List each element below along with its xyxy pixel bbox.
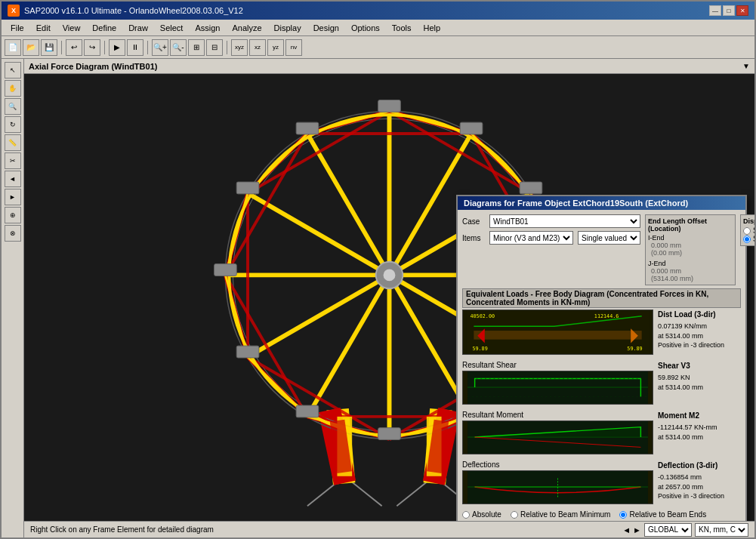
toolbar-redo[interactable]: ↪	[84, 39, 100, 56]
dist-load-loc: at 5314.00 mm	[658, 331, 741, 341]
menu-analyze[interactable]: Analyze	[226, 22, 267, 34]
menu-display[interactable]: Display	[268, 22, 307, 34]
items-select[interactable]: Minor (V3 and M23)	[489, 231, 573, 245]
moment-chart: Resultant Moment	[462, 411, 653, 457]
items-type-select[interactable]: Single valued	[578, 231, 640, 245]
units-display-select[interactable]: KN, mm, C	[695, 523, 748, 537]
sidebar-zoom[interactable]: 🔍	[5, 98, 21, 115]
close-button[interactable]: ✕	[736, 5, 748, 16]
menu-draw[interactable]: Draw	[122, 22, 154, 34]
toolbar-undo[interactable]: ↩	[66, 39, 82, 56]
status-bar: Right Click on any Frame Element for det…	[24, 521, 754, 537]
toolbar-open[interactable]: 📂	[23, 39, 39, 56]
svg-rect-60	[378, 100, 401, 112]
dist-load-info: Dist Load (3-dir) 0.07139 KN/mm at 5314.…	[658, 310, 741, 350]
menu-view[interactable]: View	[57, 22, 87, 34]
menu-define[interactable]: Define	[86, 22, 122, 34]
fbd-panel: 40502.00 112144.6	[462, 310, 653, 355]
maximize-button[interactable]: □	[723, 5, 735, 16]
moment-info: Moment M2 -112144.57 KN-mm at 5314.00 mm	[658, 411, 741, 442]
menu-file[interactable]: File	[5, 22, 30, 34]
deflection-label: Deflections	[462, 460, 653, 469]
end-length-values: I-End 0.000 mm (0.00 mm) J-End 0.000 mm …	[648, 234, 733, 282]
sidebar-select[interactable]: ↖	[5, 62, 21, 79]
case-label: Case	[462, 217, 485, 226]
toolbar-nv[interactable]: nv	[285, 39, 302, 56]
content-area: ↖ ✋ 🔍 ↻ 📏 ✂ ◄ ► ⊕ ⊗ Axial Force Diagram …	[2, 59, 754, 537]
deflection-dir: Positive in -3 direction	[658, 491, 741, 501]
svg-rect-61	[460, 122, 483, 134]
view-title-bar: Axial Force Diagram (WindTB01) ▼	[24, 59, 754, 74]
app-title: SAP2000 v16.1.0 Ultimate - OrlandoWheel2…	[24, 6, 243, 15]
rel-beam-ends-option: Relative to Beam Ends	[619, 510, 706, 519]
menu-design[interactable]: Design	[307, 22, 345, 34]
coord-system-select[interactable]: GLOBAL	[644, 523, 692, 537]
toolbar-3d[interactable]: xyz	[231, 39, 248, 56]
menu-assign[interactable]: Assign	[189, 22, 226, 34]
toolbar-zoom-rect[interactable]: ⊟	[206, 39, 223, 56]
svg-text:112144.6: 112144.6	[594, 313, 619, 319]
toolbar-yz[interactable]: yz	[267, 39, 284, 56]
title-bar-left: X SAP2000 v16.1.0 Ultimate - OrlandoWhee…	[8, 5, 243, 17]
absolute-radio[interactable]	[462, 511, 470, 519]
sidebar-section[interactable]: ✂	[5, 152, 21, 169]
toolbar-new[interactable]: 📄	[5, 39, 21, 56]
deflection-info: Deflection (3-dir) -0.136854 mm at 2657.…	[658, 460, 741, 501]
svg-point-73	[384, 270, 396, 282]
toolbar-zoom-in[interactable]: 🔍+	[152, 39, 168, 56]
equiv-loads-title: Equivalent Loads - Free Body Diagram (Co…	[462, 288, 741, 308]
sidebar-measure[interactable]: 📏	[5, 134, 21, 151]
status-left: Right Click on any Frame Element for det…	[30, 525, 214, 534]
rel-beam-min-radio[interactable]	[511, 511, 518, 519]
dist-load-val: 0.07139 KN/mm	[658, 322, 741, 331]
toolbar-run[interactable]: ▶	[109, 39, 125, 56]
j-end-label: J-End	[648, 260, 693, 267]
diagrams-dialog: Diagrams for Frame Object ExtChord19Sout…	[456, 195, 747, 521]
sidebar-next-view[interactable]: ►	[5, 189, 21, 205]
shear-v3-loc: at 5314.00 mm	[658, 383, 741, 393]
status-right: ◄ ► GLOBAL KN, mm, C	[622, 523, 748, 537]
toolbar-zoom-fit[interactable]: ⊞	[188, 39, 205, 56]
menu-options[interactable]: Options	[345, 22, 386, 34]
case-select[interactable]: WindTB01	[489, 214, 640, 228]
j-end-val2: (5314.00 mm)	[651, 275, 693, 282]
moment-m2-loc: at 5314.00 mm	[658, 433, 741, 442]
svg-rect-81	[474, 331, 641, 340]
sidebar-prev-view[interactable]: ◄	[5, 171, 21, 187]
sidebar-more2[interactable]: ⊗	[5, 225, 21, 242]
moment-label: Resultant Moment	[462, 411, 653, 419]
minimize-button[interactable]: —	[709, 5, 721, 16]
toolbar-xz[interactable]: xz	[249, 39, 266, 56]
deflection-panel	[462, 470, 653, 504]
sidebar-rotate[interactable]: ↻	[5, 116, 21, 133]
moment-m2-val: -112144.57 KN-mm	[658, 423, 741, 433]
rel-beam-ends-radio[interactable]	[619, 511, 627, 519]
svg-rect-67	[296, 405, 319, 417]
menu-tools[interactable]: Tools	[386, 22, 418, 34]
deflection-chart: Deflections	[462, 460, 653, 507]
toolbar-sep-1	[61, 41, 62, 54]
display-options-title: Display Options	[743, 217, 754, 225]
case-row: Case WindTB01	[462, 214, 640, 228]
show-max-label: Show Max	[753, 235, 754, 243]
show-max-radio[interactable]	[743, 236, 751, 243]
menu-help[interactable]: Help	[418, 22, 447, 34]
toolbar-stop[interactable]: ⏸	[127, 39, 143, 56]
shear-label: Resultant Shear	[462, 361, 653, 369]
sidebar-pan[interactable]: ✋	[5, 80, 21, 97]
menu-edit[interactable]: Edit	[30, 22, 57, 34]
deflection-loc: at 2657.00 mm	[658, 482, 741, 492]
shear-info: Shear V3 59.892 KN at 5314.00 mm	[658, 361, 741, 392]
menu-select[interactable]: Select	[154, 22, 190, 34]
i-end-label: I-End	[648, 234, 693, 242]
items-row: Items Minor (V3 and M23) Single valued	[462, 231, 640, 245]
absolute-label: Absolute	[472, 510, 501, 519]
scroll-values-radio[interactable]	[743, 227, 751, 235]
i-end-val1: 0.000 mm	[651, 242, 693, 249]
view-dropdown[interactable]: ▼	[742, 62, 750, 70]
app-window: X SAP2000 v16.1.0 Ultimate - OrlandoWhee…	[0, 0, 756, 539]
sidebar-more1[interactable]: ⊕	[5, 207, 21, 223]
toolbar-save[interactable]: 💾	[41, 39, 57, 56]
toolbar-zoom-out[interactable]: 🔍-	[170, 39, 187, 56]
nav-arrows[interactable]: ◄ ►	[622, 525, 641, 534]
